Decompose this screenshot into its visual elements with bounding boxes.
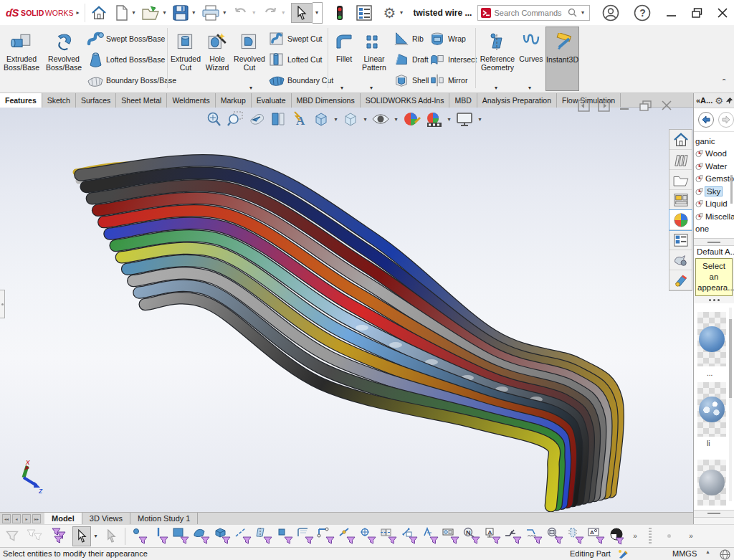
category-liquid[interactable]: Liquid xyxy=(695,198,734,211)
swept-boss-base-button[interactable]: Swept Boss/Base xyxy=(86,28,176,49)
print-dropdown[interactable]: ▾ xyxy=(221,9,228,16)
file-explorer-icon[interactable] xyxy=(669,170,692,190)
zoom-area-icon[interactable] xyxy=(226,110,244,128)
pane-splitter[interactable] xyxy=(694,238,734,246)
fillet-dropdown[interactable]: ▾ xyxy=(340,85,343,91)
previous-view-icon[interactable] xyxy=(247,110,267,128)
tab-sheet-metal[interactable]: Sheet Metal xyxy=(116,93,167,108)
filter-contrast-icon[interactable] xyxy=(606,526,627,546)
design-library-icon[interactable] xyxy=(669,150,692,170)
reference-geometry-button[interactable]: Reference Geometry xyxy=(478,27,517,91)
lofted-cut-button[interactable]: Lofted Cut xyxy=(267,49,333,70)
annotation-visibility-icon[interactable]: A xyxy=(290,110,310,128)
task-pane-pin-icon[interactable] xyxy=(725,97,733,105)
select-tool-button[interactable] xyxy=(291,3,313,23)
category-gemstone[interactable]: Gemston xyxy=(695,173,734,186)
tab-mbd[interactable]: MBD xyxy=(449,93,477,108)
tab-weldments[interactable]: Weldments xyxy=(167,93,215,108)
select-arrow-dropdown[interactable]: ▾ xyxy=(91,526,100,546)
custom-properties-icon[interactable] xyxy=(669,190,692,210)
filter-multi-icon[interactable] xyxy=(24,526,48,546)
filter-midpoints-icon[interactable] xyxy=(336,526,357,546)
new-document-button[interactable] xyxy=(113,3,130,23)
tab-mbd-dimensions[interactable]: MBD Dimensions xyxy=(292,93,361,108)
custom-tab-icon[interactable] xyxy=(669,270,692,290)
category-wood[interactable]: Wood xyxy=(695,148,734,161)
filter-funnel-icon[interactable] xyxy=(0,526,24,546)
appearances-tab-icon[interactable] xyxy=(669,210,692,230)
filter-surface-bodies-icon[interactable] xyxy=(191,526,211,546)
tab-evaluate[interactable]: Evaluate xyxy=(252,93,292,108)
category-sky[interactable]: Sky xyxy=(695,185,734,198)
redo-button[interactable] xyxy=(260,3,280,23)
ribbon-collapse-chevron[interactable]: ˆ xyxy=(723,77,725,88)
prev-tab-button[interactable]: ◂ xyxy=(12,514,21,523)
category-miscellaneous[interactable]: Miscella xyxy=(695,210,734,223)
filter-planes-icon[interactable] xyxy=(253,526,274,546)
boundary-boss-base-button[interactable]: Boundary Boss/Base xyxy=(86,70,176,90)
settings-dropdown[interactable]: ▾ xyxy=(398,9,404,16)
first-tab-button[interactable]: ◂◂ xyxy=(2,514,11,523)
filter-edges-icon[interactable] xyxy=(149,526,170,546)
shell-button[interactable]: Shell xyxy=(392,70,429,90)
search-commands-box[interactable]: Search Commands ▾ xyxy=(477,5,589,21)
account-icon[interactable] xyxy=(600,3,621,23)
doc-restore-icon[interactable] xyxy=(639,100,652,112)
filter-center-marks-icon[interactable] xyxy=(357,526,378,546)
save-button[interactable] xyxy=(171,3,191,23)
doc-minimize-icon[interactable] xyxy=(618,100,631,112)
intersect-button[interactable]: Intersect xyxy=(428,49,477,70)
tab-markup[interactable]: Markup xyxy=(216,93,252,108)
units-dropdown[interactable]: ▲ xyxy=(705,549,710,554)
quick-snap-dot[interactable] xyxy=(654,526,683,546)
units-label[interactable]: MMGS xyxy=(672,549,697,558)
home-tab-icon[interactable] xyxy=(669,130,692,150)
filter-datums-icon[interactable]: A xyxy=(482,526,502,546)
filter-sketch-icon[interactable] xyxy=(295,526,315,546)
refgeom-dropdown[interactable]: ▾ xyxy=(495,85,497,91)
filter-notes-icon[interactable]: N xyxy=(461,526,482,546)
options-list-icon[interactable] xyxy=(354,3,374,23)
curves-dropdown[interactable]: ▾ xyxy=(528,85,531,91)
curves-button[interactable]: Curves xyxy=(517,27,545,91)
tab-analysis-preparation[interactable]: Analysis Preparation xyxy=(477,93,557,108)
select-arrow-button[interactable] xyxy=(72,526,91,546)
section-view-icon[interactable] xyxy=(269,110,287,128)
splitter-dots[interactable] xyxy=(694,297,734,303)
home-button[interactable] xyxy=(89,3,109,23)
category-water[interactable]: Water xyxy=(695,160,734,173)
extruded-boss-base-button[interactable]: Extruded Boss/Base xyxy=(1,27,42,91)
filter-sketch-points-icon[interactable] xyxy=(274,526,295,546)
filter-blocks-icon[interactable] xyxy=(544,526,565,546)
hole-wizard-button[interactable]: Hole Wizard xyxy=(201,27,233,91)
mirror-button[interactable]: Mirror xyxy=(428,70,477,90)
apply-scene-icon[interactable] xyxy=(424,110,444,128)
more-toolbar-chevron-2[interactable]: » xyxy=(683,526,697,546)
filter-sketch-segments-icon[interactable] xyxy=(315,526,336,546)
pane-left-icon[interactable] xyxy=(578,100,590,112)
filter-solid-bodies-icon[interactable] xyxy=(211,526,232,546)
filter-dimensions-icon[interactable] xyxy=(399,526,419,546)
open-button[interactable] xyxy=(140,3,161,23)
more-toolbar-chevron[interactable]: » xyxy=(627,526,642,546)
last-tab-button[interactable]: ▸▸ xyxy=(32,514,41,523)
revolved-boss-base-button[interactable]: Revolved Boss/Base xyxy=(43,27,85,91)
settings-gear-icon[interactable]: ⚙ xyxy=(381,3,399,23)
pattern-dropdown[interactable]: ▾ xyxy=(370,85,373,91)
tab-surfaces[interactable]: Surfaces xyxy=(76,93,116,108)
tab-sketch[interactable]: Sketch xyxy=(42,93,76,108)
filter-stack-icon[interactable] xyxy=(48,526,72,546)
display-style-icon[interactable] xyxy=(341,110,360,128)
appearance-thumb-3[interactable] xyxy=(697,460,726,506)
lofted-boss-base-button[interactable]: Lofted Boss/Base xyxy=(86,49,176,70)
revolved-cut-button[interactable]: Revolved Cut xyxy=(233,27,266,91)
logo-expand-arrow[interactable]: ▸ xyxy=(75,9,81,16)
appearance-thumb-blue[interactable] xyxy=(697,312,726,366)
group-cut-dropdown[interactable]: ▾ xyxy=(249,85,252,91)
view-settings-icon[interactable] xyxy=(454,110,475,128)
extruded-cut-button[interactable]: Extruded Cut xyxy=(170,27,201,91)
graphics-viewport[interactable]: A ▾ ▾ ▾ ▾ ▾ x z xyxy=(0,108,734,512)
hide-show-dropdown[interactable]: ▾ xyxy=(393,116,399,123)
filter-axes-icon[interactable] xyxy=(232,526,253,546)
forward-button[interactable] xyxy=(718,112,734,128)
